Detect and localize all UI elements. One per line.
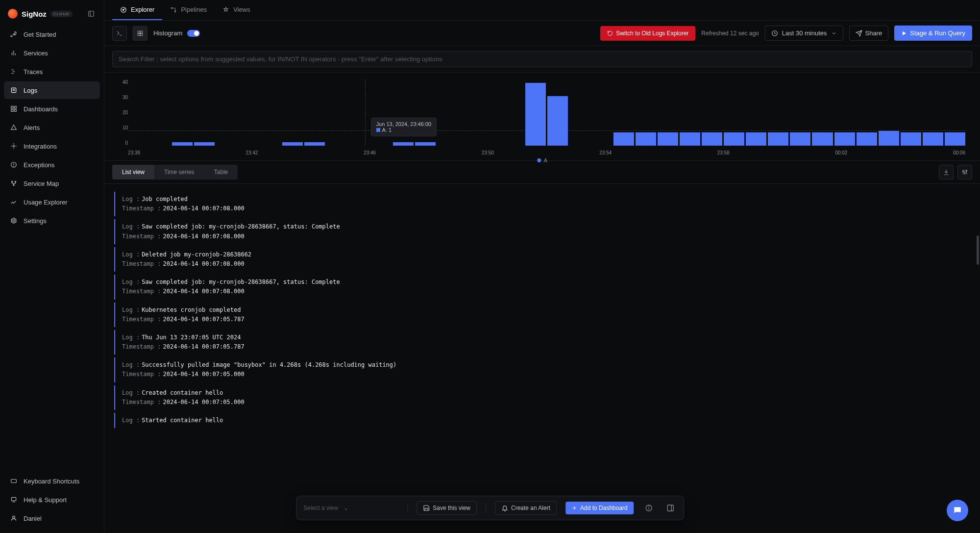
share-button[interactable]: Share [849, 25, 889, 41]
log-key: Log : [122, 305, 140, 315]
sidebar-item-logs[interactable]: Logs [4, 81, 100, 99]
info-button[interactable] [642, 502, 655, 514]
download-button[interactable] [939, 165, 954, 179]
sidebar-item-settings[interactable]: Settings [4, 212, 100, 229]
view-list[interactable]: List view [112, 165, 154, 179]
y-tick: 10 [116, 125, 128, 130]
chart-y-ticks: 40 30 20 10 0 [116, 79, 128, 146]
sidebar-item-keyboard-shortcuts[interactable]: Keyboard Shortcuts [4, 472, 100, 490]
chart-bar[interactable] [680, 132, 700, 146]
log-key: Log : [122, 388, 140, 398]
chart-bar[interactable] [879, 131, 899, 146]
histogram-toggle[interactable] [187, 30, 200, 37]
log-entry[interactable]: Log : Started container hello [114, 413, 970, 428]
sidebar-item-user[interactable]: Daniel [4, 509, 100, 527]
sidebar-item-services[interactable]: Services [4, 44, 100, 62]
log-entry[interactable]: Log : Created container helloTimestamp :… [114, 385, 970, 410]
grid-icon [10, 105, 18, 113]
chart-bar[interactable] [393, 142, 414, 146]
chat-fab[interactable] [947, 500, 968, 521]
rocket-icon [10, 30, 18, 38]
bell-icon [501, 505, 508, 511]
log-entry[interactable]: Log : Successfully pulled image "busybox… [114, 357, 970, 382]
log-entry[interactable]: Log : Saw completed job: my-cronjob-2863… [114, 219, 970, 244]
add-to-dashboard-button[interactable]: Add to Dashboard [565, 502, 634, 514]
sidebar-collapse-button[interactable] [86, 9, 96, 19]
cloud-badge: CLOUD [50, 11, 73, 17]
chart-bar[interactable] [415, 142, 436, 146]
view-time-series[interactable]: Time series [154, 165, 204, 179]
scrollbar[interactable] [976, 181, 980, 533]
chart-bar[interactable] [304, 142, 325, 146]
time-range-picker[interactable]: Last 30 minutes [765, 25, 843, 41]
chart-bar[interactable] [525, 83, 546, 146]
chart-bar[interactable] [547, 96, 568, 146]
create-alert-button[interactable]: Create an Alert [495, 501, 557, 515]
sidebar-item-integrations[interactable]: Integrations [4, 137, 100, 155]
traces-icon [10, 68, 18, 76]
chart-bar[interactable] [658, 132, 678, 146]
select-view-dropdown[interactable]: Select a view ⌄ [303, 505, 408, 511]
sidebar-item-help[interactable]: Help & Support [4, 491, 100, 508]
expand-button[interactable] [664, 502, 677, 514]
svg-rect-0 [89, 11, 94, 17]
sidebar-item-label: Exceptions [24, 161, 55, 169]
sidebar-item-service-map[interactable]: Service Map [4, 175, 100, 192]
chart-bar[interactable] [613, 132, 634, 146]
log-message: Saw completed job: my-cronjob-28638667, … [142, 278, 340, 287]
chart-bar[interactable] [282, 142, 303, 146]
sidebar-nav: Get Started Services Traces Logs Dashboa… [4, 25, 100, 229]
chart-bar[interactable] [923, 132, 943, 146]
log-entry[interactable]: Log : Saw completed job: my-cronjob-2863… [114, 275, 970, 299]
legend-swatch [537, 158, 541, 162]
chart-bar[interactable] [901, 132, 921, 146]
create-alert-label: Create an Alert [511, 505, 550, 511]
sidebar-item-alerts[interactable]: Alerts [4, 119, 100, 136]
tab-label: Pipelines [181, 6, 207, 13]
chart-bar[interactable] [945, 132, 965, 146]
search-input[interactable] [112, 51, 972, 67]
query-builder-toggle-2[interactable] [133, 26, 147, 41]
log-entry[interactable]: Log : Deleted job my-cronjob-28638662Tim… [114, 247, 970, 272]
chart-bar[interactable] [702, 132, 722, 146]
chart-bar[interactable] [636, 132, 656, 146]
chart-bar[interactable] [790, 132, 810, 146]
columns-button[interactable] [957, 165, 972, 179]
view-table[interactable]: Table [204, 165, 238, 179]
log-entry[interactable]: Log : Thu Jun 13 23:07:05 UTC 2024Timest… [114, 330, 970, 355]
log-entry[interactable]: Log : Job completedTimestamp : 2024-06-1… [114, 192, 970, 216]
user-icon [10, 514, 18, 522]
chart-bar[interactable] [857, 132, 877, 146]
svg-rect-20 [11, 480, 17, 483]
sidebar-item-dashboards[interactable]: Dashboards [4, 100, 100, 118]
tab-explorer[interactable]: Explorer [112, 0, 162, 20]
tab-views[interactable]: Views [215, 0, 258, 20]
scrollbar-thumb[interactable] [977, 235, 979, 265]
save-view-button[interactable]: Save this view [416, 501, 477, 515]
svg-point-46 [648, 506, 649, 507]
sidebar-item-usage-explorer[interactable]: Usage Explorer [4, 193, 100, 211]
log-entry[interactable]: Log : Kubernetes cronjob completedTimest… [114, 303, 970, 327]
switch-old-logs-button[interactable]: Switch to Old Logs Explorer [600, 26, 695, 41]
logs-list[interactable]: Log : Job completedTimestamp : 2024-06-1… [104, 184, 980, 533]
timestamp-key: Timestamp : [122, 342, 161, 352]
chart-bar[interactable] [768, 132, 788, 146]
sidebar-item-get-started[interactable]: Get Started [4, 25, 100, 43]
sidebar-item-traces[interactable]: Traces [4, 63, 100, 80]
tab-pipelines[interactable]: Pipelines [162, 0, 215, 20]
chart-bar[interactable] [834, 132, 855, 146]
select-view-label: Select a view [303, 505, 338, 511]
query-builder-toggle-1[interactable] [112, 26, 127, 41]
chart-bar[interactable] [194, 142, 215, 146]
chart-bar[interactable] [812, 132, 833, 146]
timestamp-key: Timestamp : [122, 232, 161, 241]
chart-bar[interactable] [172, 142, 193, 146]
histogram-chart[interactable]: 40 30 20 10 0 Jun 13, 2024, 23:46:00 A: … [104, 73, 980, 161]
views-icon [222, 6, 229, 13]
chart-bar[interactable] [746, 132, 766, 146]
sidebar-item-exceptions[interactable]: Exceptions [4, 156, 100, 174]
y-tick: 20 [116, 110, 128, 115]
stage-run-query-button[interactable]: Stage & Run Query [894, 25, 972, 41]
chart-bar[interactable] [724, 132, 744, 146]
chart-grid: Jun 13, 2024, 23:46:00 A: 1 [128, 79, 965, 146]
